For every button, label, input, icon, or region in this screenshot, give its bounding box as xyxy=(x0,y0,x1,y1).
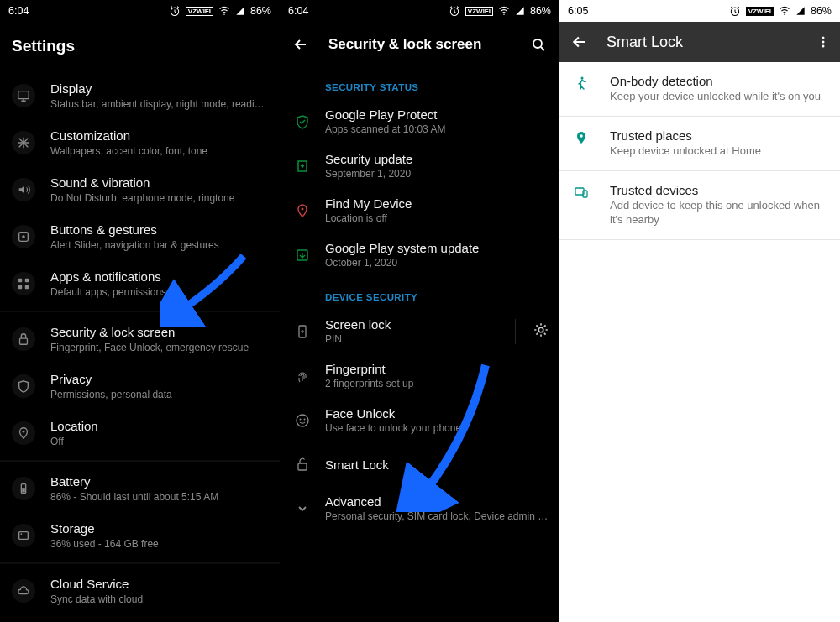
item-label: Display xyxy=(50,81,270,97)
item-label: Google Play system update xyxy=(325,241,549,255)
storage-icon xyxy=(12,524,35,547)
smartlock-item-walk[interactable]: On-body detectionKeep your device unlock… xyxy=(559,62,840,117)
header: Smart Lock xyxy=(559,22,840,62)
status-bar: 6:04 VZWIFI 86% xyxy=(280,0,559,22)
more-vert-icon xyxy=(816,34,831,50)
fingerprint-icon xyxy=(293,368,312,384)
security-item-smartlock[interactable]: Smart Lock xyxy=(280,442,559,486)
item-label: Cloud Service xyxy=(50,577,270,592)
item-subtitle: Status bar, ambient display, night mode,… xyxy=(50,98,270,110)
separator xyxy=(0,562,280,564)
item-subtitle: Do Not Disturb, earphone mode, ringtone xyxy=(50,192,270,204)
back-arrow-icon xyxy=(293,37,308,52)
settings-item-lock[interactable]: Security & lock screenFingerprint, Face … xyxy=(0,316,280,363)
battery-percent: 86% xyxy=(811,5,832,17)
shield-green-icon xyxy=(293,114,312,129)
settings-item-sound[interactable]: Sound & vibrationDo Not Disturb, earphon… xyxy=(0,166,280,213)
item-subtitle: Wallpapers, accent color, font, tone xyxy=(50,145,270,157)
alarm-icon xyxy=(169,5,181,17)
item-label: Location xyxy=(50,419,270,434)
gear-icon xyxy=(533,321,549,338)
battery-percent: 86% xyxy=(530,5,551,17)
back-arrow-icon xyxy=(571,34,588,50)
item-subtitle: Off xyxy=(50,436,270,447)
item-label: Privacy xyxy=(50,372,270,387)
security-item-shield-green[interactable]: Google Play ProtectApps scanned at 10:03… xyxy=(280,99,559,144)
item-subtitle: Sync data with cloud xyxy=(50,593,270,605)
status-icons: VZWIFI 86% xyxy=(449,5,551,17)
settings-item-apps[interactable]: Apps & notificationsDefault apps, permis… xyxy=(0,260,280,307)
item-label: Fingerprint xyxy=(325,362,549,376)
item-subtitle: Alert Slider, navigation bar & gestures xyxy=(50,239,270,251)
status-time: 6:04 xyxy=(288,5,308,17)
smartlock-item-pin[interactable]: Trusted placesKeep device unlocked at Ho… xyxy=(559,117,840,171)
signal-icon xyxy=(515,6,525,16)
carrier-badge: VZWIFI xyxy=(186,7,213,16)
security-status-list: Google Play ProtectApps scanned at 10:03… xyxy=(280,99,559,277)
pin-icon xyxy=(573,130,590,145)
walk-icon xyxy=(573,76,590,91)
search-button[interactable] xyxy=(529,37,548,52)
settings-item-cloud[interactable]: Cloud ServiceSync data with cloud xyxy=(0,567,280,614)
customization-icon xyxy=(12,131,35,154)
header-title: Security & lock screen xyxy=(328,36,529,53)
more-button[interactable] xyxy=(815,34,832,50)
signal-icon xyxy=(235,6,245,16)
search-icon xyxy=(531,37,546,52)
item-subtitle: Keep device unlocked at Home xyxy=(610,144,827,159)
location-icon xyxy=(12,421,35,445)
wifi-icon xyxy=(498,5,510,17)
security-pane: 6:04 VZWIFI 86% Security & lock screen S… xyxy=(280,0,559,622)
settings-item-privacy[interactable]: PrivacyPermissions, personal data xyxy=(0,363,280,410)
settings-item-accounts[interactable]: Accounts xyxy=(0,614,280,622)
security-item-phone-red[interactable]: Find My DeviceLocation is off xyxy=(280,188,559,233)
smartlock-pane: 6:05 VZWIFI 86% Smart Lock On-body detec… xyxy=(559,0,840,622)
smartlock-item-devices[interactable]: Trusted devicesAdd device to keep this o… xyxy=(559,171,840,240)
item-subtitle: 86% - Should last until about 5:15 AM xyxy=(50,491,270,503)
apps-icon xyxy=(12,272,35,295)
status-time: 6:04 xyxy=(8,5,29,17)
item-subtitle: Default apps, permissions xyxy=(50,286,270,298)
status-icons: VZWIFI 86% xyxy=(169,5,271,17)
signal-icon xyxy=(795,6,806,16)
security-item-update-green[interactable]: Security updateSeptember 1, 2020 xyxy=(280,144,559,188)
cloud-icon xyxy=(12,579,35,603)
settings-item-customization[interactable]: CustomizationWallpapers, accent color, f… xyxy=(0,119,280,166)
alarm-icon xyxy=(729,5,741,17)
status-time: 6:05 xyxy=(568,5,588,17)
item-label: Customization xyxy=(50,128,270,144)
security-item-system-green[interactable]: Google Play system updateOctober 1, 2020 xyxy=(280,233,559,277)
status-icons: VZWIFI 86% xyxy=(729,5,832,17)
settings-item-battery[interactable]: Battery86% - Should last until about 5:1… xyxy=(0,465,280,512)
settings-item-storage[interactable]: Storage36% used - 164 GB free xyxy=(0,512,280,559)
item-label: Find My Device xyxy=(325,196,549,211)
settings-item-display[interactable]: DisplayStatus bar, ambient display, nigh… xyxy=(0,72,280,119)
item-subtitle: Fingerprint, Face Unlock, emergency resc… xyxy=(50,342,270,353)
security-item-chevron[interactable]: AdvancedPersonal security, SIM card lock… xyxy=(280,486,559,531)
security-item-face[interactable]: Face UnlockUse face to unlock your phone xyxy=(280,398,559,442)
settings-item-location[interactable]: LocationOff xyxy=(0,410,280,457)
item-label: Apps & notifications xyxy=(50,269,270,285)
phone-red-icon xyxy=(293,203,312,218)
section-header-device-security: DEVICE SECURITY xyxy=(280,277,559,309)
item-subtitle: Keep your device unlocked while it's on … xyxy=(610,90,827,104)
settings-pane: 6:04 VZWIFI 86% Settings DisplayStatus b… xyxy=(0,0,280,622)
back-button[interactable] xyxy=(291,35,310,54)
item-subtitle: Permissions, personal data xyxy=(50,389,270,400)
item-subtitle: Personal security, SIM card lock, Device… xyxy=(325,510,549,522)
security-item-lockscreen[interactable]: Screen lockPIN xyxy=(280,309,559,353)
item-label: Sound & vibration xyxy=(50,175,270,191)
battery-icon xyxy=(12,477,35,500)
display-icon xyxy=(12,84,35,107)
item-label: Trusted devices xyxy=(610,183,827,197)
back-button[interactable] xyxy=(568,34,591,50)
gear-button[interactable] xyxy=(533,321,549,342)
item-label: Battery xyxy=(50,474,270,489)
carrier-badge: VZWIFI xyxy=(746,7,774,16)
security-item-fingerprint[interactable]: Fingerprint2 fingerprints set up xyxy=(280,353,559,398)
separator xyxy=(0,311,280,312)
separator xyxy=(0,460,280,462)
settings-item-buttons[interactable]: Buttons & gesturesAlert Slider, navigati… xyxy=(0,213,280,260)
update-green-icon xyxy=(293,159,312,174)
item-subtitle: Location is off xyxy=(325,212,549,224)
